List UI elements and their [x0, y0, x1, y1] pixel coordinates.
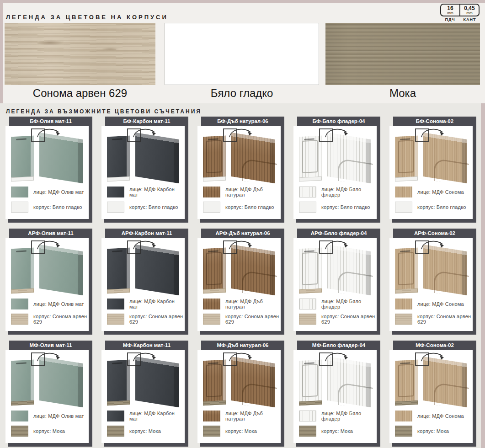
card-shadow: [392, 443, 476, 447]
face-color-swatch: [299, 299, 316, 309]
catalog-page: ЛЕГЕНДА ЗА ЦВЕТОВЕ НА КОРПУСИ 16 mm 0,45…: [0, 0, 485, 448]
face-label: лице: МДФ Сонома: [417, 189, 464, 195]
body-color-swatch: [299, 426, 316, 437]
door-detail-panel: [39, 133, 83, 183]
card-legend: лице: МДФ Дъб натурал корпус: Сонома арв…: [197, 297, 281, 325]
combo-card: БФ-Бяло фладер-04: [293, 117, 380, 223]
door-front: [107, 248, 130, 294]
card-title: АРФ-Карбон мат-11: [105, 229, 188, 238]
body-label: корпус: Сонома арвен 629: [33, 314, 89, 325]
body-label: корпус: Бяло гладко: [225, 204, 274, 210]
card-shadow: [185, 238, 188, 335]
card-shadow: [104, 219, 188, 223]
body-label: корпус: Мока: [417, 428, 449, 434]
card-body: лице: МДФ Олив мат корпус: Сонома арвен …: [5, 238, 89, 331]
combo-card: АРФ-Карбон мат-11: [101, 229, 188, 335]
swatch-label-white-smooth: Бяло гладко: [165, 87, 319, 100]
face-label: лице: МДФ Олив мат: [33, 301, 84, 307]
combo-card: БФ-Сонома-02: [389, 117, 476, 223]
thickness-unit: mm: [442, 11, 458, 15]
face-color-swatch: [299, 187, 316, 197]
zoom-arrow-icon: [324, 350, 350, 362]
door-detail-arch: [434, 158, 469, 185]
card-shadow: [296, 331, 380, 335]
body-color-swatch: [11, 426, 28, 437]
face-label: лице: МДФ Бяло фладер: [321, 299, 377, 309]
card-legend: лице: МДФ Сонома корпус: Сонома арвен 62…: [389, 297, 473, 325]
card-shadow: [473, 350, 476, 447]
zoom-arrow-icon: [132, 350, 158, 362]
card-shadow: [377, 238, 380, 335]
thickness-cell: 16 mm: [441, 5, 459, 16]
door-face: [299, 360, 322, 402]
door-face: [299, 136, 322, 178]
combo-card: МФ-Дъб натурал-06: [197, 341, 284, 447]
body-label: корпус: Мока: [33, 428, 65, 434]
face-color-swatch: [107, 187, 124, 197]
door-face: [395, 360, 418, 402]
body-legend-row: корпус: Сонома арвен 629: [11, 314, 89, 325]
face-color-swatch: [203, 299, 220, 309]
combo-card: МФ-Сонома-02: [389, 341, 476, 447]
door-face: [11, 136, 34, 178]
card-title: МФ-Карбон мат-11: [105, 341, 188, 350]
face-label: лице: МДФ Дъб натурал: [225, 187, 281, 197]
card-title: МФ-Дъб натурал-06: [201, 341, 284, 350]
combo-card: АРФ-Олив мат-11: [5, 229, 92, 335]
door-detail-panel: [135, 357, 179, 407]
card-body: лице: МДФ Сонома корпус: Мока: [389, 350, 473, 443]
card-shadow: [377, 350, 380, 447]
face-color-swatch: [107, 299, 124, 309]
door-detail-panel: [423, 245, 467, 295]
door-handle: [16, 139, 27, 140]
card-body: лице: МДФ Сонома корпус: Бяло гладко: [389, 126, 473, 219]
door-detail-panel: [231, 245, 275, 295]
door-face: [11, 360, 34, 402]
body-color-swatch: [299, 314, 316, 325]
face-label: лице: МДФ Дъб натурал: [225, 299, 281, 309]
card-shadow: [296, 443, 380, 447]
card-legend: лице: МДФ Олив мат корпус: Мока: [5, 409, 89, 437]
face-label: лице: МДФ Карбон мат: [129, 187, 185, 197]
body-color-swatch: [203, 426, 220, 437]
card-shadow: [89, 126, 92, 223]
zoom-arrow-icon: [36, 350, 62, 362]
door-illustration: [5, 238, 89, 297]
zoom-arrow-icon: [324, 126, 350, 138]
door-face: [395, 248, 418, 290]
door-front: [395, 360, 418, 406]
face-color-swatch: [299, 411, 316, 421]
face-legend-row: лице: МДФ Сонома: [395, 411, 473, 421]
spec-frame: 16 mm 0,45 mm: [440, 4, 480, 16]
body-legend-row: корпус: Мока: [107, 426, 185, 437]
body-label: корпус: Бяло гладко: [417, 204, 466, 210]
door-face: [203, 248, 226, 290]
door-front: [299, 360, 322, 406]
card-shadow: [281, 350, 284, 447]
door-detail-panel: [327, 133, 371, 183]
face-label: лице: МДФ Карбон мат: [129, 299, 185, 309]
body-color-swatch: [299, 202, 316, 213]
body-color-swatch: [107, 426, 124, 437]
door-panel-frame: [302, 140, 318, 173]
card-body: лице: МДФ Дъб натурал корпус: Бяло гладк…: [197, 126, 281, 219]
body-color-swatch: [11, 202, 28, 213]
door-illustration: [197, 350, 281, 409]
body-label: корпус: Бяло гладко: [129, 204, 178, 210]
door-illustration: [293, 238, 377, 297]
card-body: лице: МДФ Карбон мат корпус: Мока: [101, 350, 185, 443]
body-colors-section: ЛЕГЕНДА ЗА ЦВЕТОВЕ НА КОРПУСИ 16 mm 0,45…: [0, 0, 485, 103]
door-illustration: [101, 126, 185, 185]
card-title: БФ-Олив мат-11: [9, 117, 92, 126]
zoom-arrow-icon: [36, 126, 62, 138]
face-legend-row: лице: МДФ Олив мат: [11, 187, 89, 197]
face-legend-row: лице: МДФ Карбон мат: [107, 187, 185, 197]
card-title: АРФ-Дъб натурал-06: [201, 229, 284, 238]
face-legend-row: лице: МДФ Дъб натурал: [203, 411, 281, 421]
face-color-swatch: [203, 411, 220, 421]
swatch-label-mocha: Мока: [325, 87, 480, 100]
door-detail-arch: [434, 382, 469, 409]
swatch-sonoma-arven: [5, 23, 155, 85]
door-detail-panel: [327, 245, 371, 295]
body-color-swatch: [395, 314, 412, 325]
